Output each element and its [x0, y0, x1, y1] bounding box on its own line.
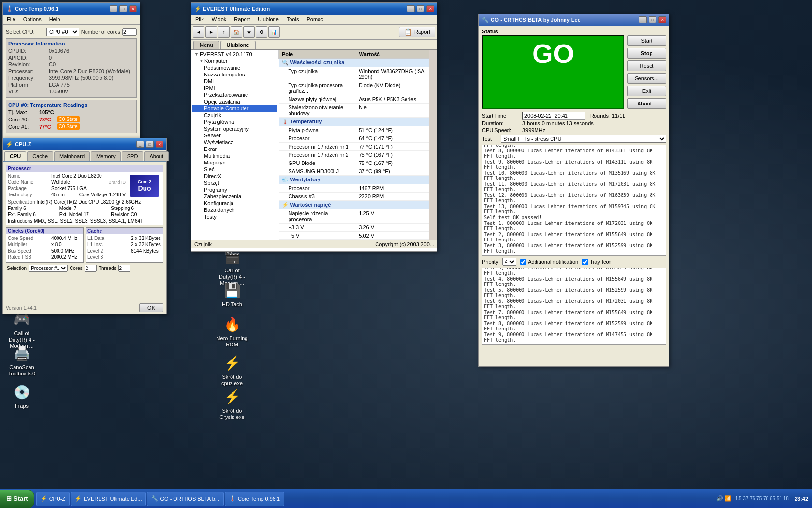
tray-icon-checkbox[interactable]: [582, 259, 588, 265]
tree-everest-root[interactable]: ▼ EVEREST v4.20.1170: [192, 51, 277, 58]
coretemp-minimize-btn[interactable]: _: [110, 5, 117, 12]
coretemp-close-btn[interactable]: ✕: [129, 5, 137, 12]
cpuz-titlebar[interactable]: ⚡ CPU-Z _ □ ✕: [3, 138, 166, 150]
orthos-restore-btn[interactable]: □: [649, 16, 656, 23]
orthos-start-btn[interactable]: Start: [627, 35, 666, 46]
tree-multimedia[interactable]: Multimedia: [192, 152, 277, 159]
everest-menu-raport[interactable]: Raport: [230, 15, 254, 23]
tree-czujnik[interactable]: Czujnik: [192, 112, 277, 119]
processor-select[interactable]: Processor #1: [29, 265, 68, 272]
everest-close-btn[interactable]: ✕: [426, 5, 434, 12]
additional-notification-label[interactable]: Additional notification: [520, 259, 578, 265]
tree-zabezpieczenia[interactable]: Zabezpieczenia: [192, 193, 277, 200]
tray-icon-label[interactable]: Tray Icon: [582, 259, 611, 265]
tab-cache[interactable]: Cache: [27, 151, 53, 161]
start-time-input[interactable]: [522, 112, 585, 120]
orthos-reset-btn[interactable]: Reset: [627, 60, 666, 71]
toolbar-up-btn[interactable]: ↑: [218, 26, 230, 38]
everest-scrollbar[interactable]: [429, 50, 437, 240]
tree-plyta[interactable]: Płyta główna: [192, 119, 277, 125]
orthos-minimize-btn[interactable]: _: [639, 16, 647, 23]
everest-menu-pomoc[interactable]: Pomoc: [303, 15, 327, 23]
toolbar-home-btn[interactable]: 🏠: [231, 26, 242, 38]
tree-system[interactable]: System operacyjny: [192, 125, 277, 132]
num-cores-input[interactable]: [122, 28, 137, 36]
tree-konfiguracja[interactable]: Konfiguracja: [192, 200, 277, 207]
cpuz-minimize-btn[interactable]: _: [136, 141, 144, 148]
orthos-exit-btn[interactable]: Exit: [627, 86, 666, 96]
everest-tab-menu[interactable]: Menu: [193, 41, 219, 49]
orthos-sensors-btn[interactable]: Sensors...: [627, 73, 666, 84]
desktop-icon-canoscan[interactable]: 🖨️ CanoScanToolbox 5.0: [5, 344, 39, 377]
tab-cpu[interactable]: CPU: [4, 151, 26, 161]
tree-programy[interactable]: Programy: [192, 186, 277, 193]
tab-spd[interactable]: SPD: [122, 151, 144, 161]
tree-podsumowanie[interactable]: Podsumowanie: [192, 64, 277, 71]
orthos-close-btn[interactable]: ✕: [658, 16, 666, 23]
cpuz-close-btn[interactable]: ✕: [156, 141, 163, 148]
everest-menu-ulubione[interactable]: Ulubione: [254, 15, 282, 23]
tree-testy[interactable]: Testy: [192, 213, 277, 220]
tree-ekran[interactable]: Ekran: [192, 146, 277, 152]
desktop-icon-crysis-shortcut[interactable]: ⚡ Skrót doCrysis.exe: [215, 387, 249, 420]
coretemp-menu-options[interactable]: Options: [19, 15, 45, 23]
coretemp-menu-file[interactable]: File: [3, 15, 19, 23]
cpu-select[interactable]: CPU #0: [46, 28, 79, 36]
tree-baza[interactable]: Baza danych: [192, 207, 277, 213]
tree-przeksztalcowanie[interactable]: Przekształcowanie: [192, 91, 277, 98]
tree-portable[interactable]: Portable Computer: [192, 105, 277, 112]
detail-field: +5 V: [279, 232, 356, 240]
taskbar-item-cpuz[interactable]: ⚡ CPU-Z: [36, 492, 70, 506]
taskbar-item-coretemp[interactable]: 🌡️ Core Temp 0.96.1: [225, 492, 284, 506]
taskbar-item-orthos[interactable]: 🔧 GO - ORTHOS BETA b...: [147, 492, 223, 506]
toolbar-chart-btn[interactable]: 📊: [268, 26, 280, 38]
tree-nazwa[interactable]: Nazwa komputera: [192, 71, 277, 78]
desktop-icon-cpuz-shortcut[interactable]: ⚡ Skrót docpuz.exe: [215, 353, 249, 387]
toolbar-fav-btn[interactable]: ★: [243, 26, 255, 38]
coretemp-titlebar[interactable]: 🌡️ Core Temp 0.96.1 _ □ ✕: [3, 3, 140, 15]
orthos-titlebar[interactable]: 🔧 GO - ORTHOS BETA by Johnny Lee _ □ ✕: [479, 14, 669, 26]
everest-minimize-btn[interactable]: _: [407, 5, 415, 12]
orthos-about-btn[interactable]: About...: [627, 98, 666, 109]
everest-menu-tools[interactable]: Tools: [283, 15, 303, 23]
everest-report-btn[interactable]: 📋 Raport: [399, 27, 435, 37]
desktop-icon-clonecd[interactable]: 💿 Fraps: [5, 382, 39, 409]
cpuz-ok-btn[interactable]: OK: [139, 303, 163, 312]
orthos-log-bottom[interactable]: Test 4, 800000 Lucas-Lehmer iterations o…: [482, 268, 666, 345]
tree-wyswietlacz[interactable]: Wyświetlacz: [192, 139, 277, 146]
desktop-icon-hdtach[interactable]: 💾 HD Tach: [215, 281, 249, 308]
orthos-stop-btn[interactable]: Stop: [627, 48, 666, 59]
tree-directx[interactable]: DirectX: [192, 173, 277, 179]
everest-titlebar[interactable]: ⚡ EVEREST Ultimate Edition _ □ ✕: [191, 3, 437, 15]
coretemp-menu-help[interactable]: Help: [45, 15, 64, 23]
tree-ipmi[interactable]: IPMI: [192, 85, 277, 91]
coretemp-maximize-btn[interactable]: □: [119, 5, 127, 12]
taskbar-item-everest[interactable]: ⚡ EVEREST Ultimate Ed...: [71, 492, 146, 506]
orthos-log-top[interactable]: Launching 2 threads...Using CPU #0Beginn…: [482, 145, 666, 256]
tree-siec[interactable]: Sieć: [192, 166, 277, 173]
desktop-icon-nero[interactable]: 🔥 Nero BurningROM: [215, 314, 249, 348]
tree-dmi[interactable]: DMI: [192, 78, 277, 85]
tree-serwer[interactable]: Serwer: [192, 132, 277, 139]
everest-tab-ulubione[interactable]: Ulubione: [220, 41, 256, 49]
toolbar-settings-btn[interactable]: ⚙: [256, 26, 267, 38]
everest-menu-plik[interactable]: Plik: [191, 15, 208, 23]
tree-komputer[interactable]: ▼ Komputer: [192, 58, 277, 64]
cores-input[interactable]: [85, 265, 97, 272]
additional-notification-checkbox[interactable]: [520, 259, 526, 265]
test-select[interactable]: Small FFTs - stress CPU: [501, 135, 666, 143]
tree-opcje[interactable]: Opcje zasilania: [192, 98, 277, 105]
start-button[interactable]: ⊞ Start: [0, 490, 34, 508]
toolbar-back-btn[interactable]: ◄: [193, 26, 204, 38]
priority-select[interactable]: 4: [502, 258, 516, 266]
tab-memory[interactable]: Memory: [91, 151, 121, 161]
toolbar-forward-btn[interactable]: ►: [205, 26, 217, 38]
threads-input[interactable]: [118, 265, 130, 272]
cpuz-maximize-btn[interactable]: □: [146, 141, 154, 148]
tab-mainboard[interactable]: Mainboard: [54, 151, 90, 161]
everest-restore-btn[interactable]: □: [417, 5, 424, 12]
tree-magazyn[interactable]: Magazyn: [192, 159, 277, 166]
everest-menu-widok[interactable]: Widok: [208, 15, 231, 23]
tab-about[interactable]: About: [144, 151, 169, 161]
tree-sprzet[interactable]: Sprzęt: [192, 179, 277, 186]
